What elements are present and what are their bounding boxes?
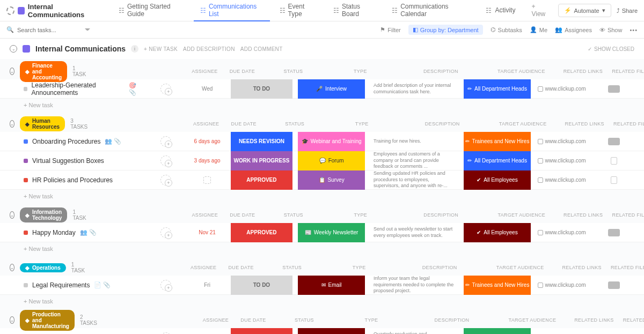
assignee-icon[interactable]	[160, 227, 171, 238]
app-icon[interactable]	[6, 6, 14, 15]
assignee-icon[interactable]	[160, 136, 171, 147]
table-row[interactable]: Legal Requirements📄 📎FriTO DO✉EmailInfor…	[0, 276, 644, 295]
task-name-cell[interactable]: Virtual Suggestion Boxes	[24, 157, 142, 165]
view-tab[interactable]: ☷Communications Calendar	[385, 0, 476, 21]
assignee-icon[interactable]	[160, 332, 171, 335]
description[interactable]: Add brief description of your internal c…	[370, 83, 458, 95]
audience-badge[interactable]: ✔All Employees	[464, 170, 531, 190]
audience-badge[interactable]: ✏Trainees and New Hires	[464, 276, 531, 295]
col-links[interactable]: RELATED LINKS	[556, 69, 610, 74]
col-links[interactable]: RELATED LINKS	[567, 317, 621, 323]
priority-icon[interactable]	[24, 231, 28, 235]
assignee-icon[interactable]	[160, 175, 171, 185]
status-badge[interactable]: WORK IN PROGRESS	[231, 151, 292, 170]
due-date[interactable]: Fri	[189, 282, 225, 288]
file-chip[interactable]	[608, 229, 620, 236]
group-pill[interactable]: ◆ Information Technology	[20, 207, 67, 222]
search-wrap[interactable]: 🔍	[6, 26, 372, 34]
col-type[interactable]: TYPE	[326, 212, 396, 218]
new-task-button[interactable]: + New task	[0, 295, 644, 308]
link-cell[interactable]: www.clickup.com	[536, 138, 588, 144]
more-menu[interactable]: •••	[630, 27, 638, 33]
task-name-cell[interactable]: HR Policies and Procedures	[24, 176, 142, 184]
status-badge[interactable]: APPROVED	[231, 223, 292, 242]
audience-badge[interactable]: ✔Executive Committee	[464, 328, 531, 335]
file-chip[interactable]	[608, 138, 620, 145]
table-row[interactable]: Quarterly Progress ReportWedAPPROVED✉Ema…	[0, 328, 644, 334]
type-badge[interactable]: ✉Email	[298, 276, 365, 295]
files-cell[interactable]	[593, 229, 634, 236]
col-files[interactable]: RELATED FILES	[611, 121, 644, 127]
priority-icon[interactable]	[24, 87, 27, 91]
assignee-icon[interactable]	[160, 84, 171, 94]
col-type[interactable]: TYPE	[325, 69, 395, 74]
task-name-cell[interactable]: Legal Requirements📄 📎	[24, 281, 142, 289]
info-icon[interactable]: i	[131, 45, 138, 53]
assignee-cell[interactable]	[148, 84, 184, 94]
file-icon[interactable]	[611, 157, 617, 165]
assignee-cell[interactable]	[148, 136, 184, 147]
col-due[interactable]: DUE DATE	[224, 212, 261, 218]
table-row[interactable]: HR Policies and ProceduresAPPROVED📋Surve…	[0, 170, 644, 190]
files-cell[interactable]	[593, 138, 634, 145]
col-due[interactable]: DUE DATE	[235, 317, 272, 323]
col-type[interactable]: TYPE	[327, 121, 397, 127]
collapse-icon[interactable]: ⌄	[10, 211, 14, 219]
priority-icon[interactable]	[24, 159, 28, 163]
me-button[interactable]: 👤 Me	[530, 26, 547, 33]
assignee-icon[interactable]	[160, 280, 171, 291]
files-cell[interactable]	[593, 281, 634, 289]
type-badge[interactable]: 🎤Interview	[298, 79, 365, 99]
status-badge[interactable]: NEEDS REVISION	[231, 132, 292, 151]
col-links[interactable]: RELATED LINKS	[557, 212, 610, 218]
file-chip[interactable]	[608, 85, 620, 93]
col-files[interactable]: RELATED FILES	[621, 317, 644, 323]
col-status[interactable]: STATUS	[260, 265, 324, 270]
link-cell[interactable]: www.clickup.com	[536, 86, 588, 92]
col-status[interactable]: STATUS	[262, 121, 327, 127]
col-due[interactable]: DUE DATE	[225, 121, 262, 127]
show-closed-toggle[interactable]: ✓ SHOW CLOSED	[588, 46, 634, 52]
chevron-down-icon[interactable]	[85, 28, 90, 34]
new-task-button[interactable]: + New task	[0, 242, 644, 255]
col-status[interactable]: STATUS	[272, 317, 336, 323]
status-badge[interactable]: APPROVED	[231, 328, 292, 335]
new-task-link[interactable]: + NEW TASK	[144, 46, 178, 52]
assignee-cell[interactable]	[148, 155, 184, 166]
col-assignee[interactable]: ASSIGNEE	[187, 121, 225, 127]
col-aud[interactable]: TARGET AUDIENCE	[488, 121, 558, 127]
description[interactable]: Inform your team the legal requirements …	[370, 276, 458, 294]
col-type[interactable]: TYPE	[324, 265, 394, 270]
share-button[interactable]: ⤴ Share	[617, 8, 638, 14]
col-files[interactable]: RELATED FILES	[610, 69, 644, 74]
col-files[interactable]: RELATED FILES	[609, 265, 644, 270]
col-aud[interactable]: TARGET AUDIENCE	[486, 69, 556, 74]
due-date[interactable]: Nov 21	[189, 229, 225, 235]
description[interactable]: Quarterly production and manufacturing r…	[370, 331, 458, 334]
description[interactable]: Training for new hires.	[370, 138, 458, 145]
type-badge[interactable]: 🎓Webinar and Training	[298, 132, 365, 151]
task-name-cell[interactable]: Happy Monday👥 📎	[24, 229, 142, 236]
type-badge[interactable]: 📋Survey	[298, 170, 365, 190]
col-files[interactable]: RELATED FILES	[610, 212, 644, 218]
add-view[interactable]: + View	[525, 0, 555, 21]
assignee-cell[interactable]	[148, 227, 184, 238]
col-assignee[interactable]: ASSIGNEE	[186, 212, 224, 218]
col-status[interactable]: STATUS	[261, 69, 325, 74]
type-badge[interactable]: 💬Forum	[298, 151, 365, 170]
task-name-cell[interactable]: Leadership-Generated Announcements🎯 📎	[24, 81, 142, 97]
table-row[interactable]: Onboarding Procedures👥 📎6 days agoNEEDS …	[0, 132, 644, 151]
show-button[interactable]: 👁 Show	[599, 27, 623, 33]
assignees-button[interactable]: 👥 Assignees	[555, 26, 592, 33]
collapse-icon[interactable]: ⌄	[10, 264, 14, 271]
view-tab[interactable]: ☷Activity	[479, 0, 522, 21]
col-assignee[interactable]: ASSIGNEE	[186, 69, 223, 74]
add-comment-link[interactable]: ADD COMMENT	[240, 46, 283, 52]
audience-badge[interactable]: ✏Trainees and New Hires	[464, 132, 531, 151]
col-type[interactable]: TYPE	[336, 317, 406, 323]
status-badge[interactable]: APPROVED	[231, 170, 292, 190]
col-aud[interactable]: TARGET AUDIENCE	[487, 212, 557, 218]
table-row[interactable]: Happy Monday👥 📎Nov 21APPROVED📰Weekly New…	[0, 223, 644, 242]
view-tab[interactable]: ☷Event Type	[273, 0, 324, 21]
filter-button[interactable]: ⚑ Filter	[380, 26, 400, 33]
